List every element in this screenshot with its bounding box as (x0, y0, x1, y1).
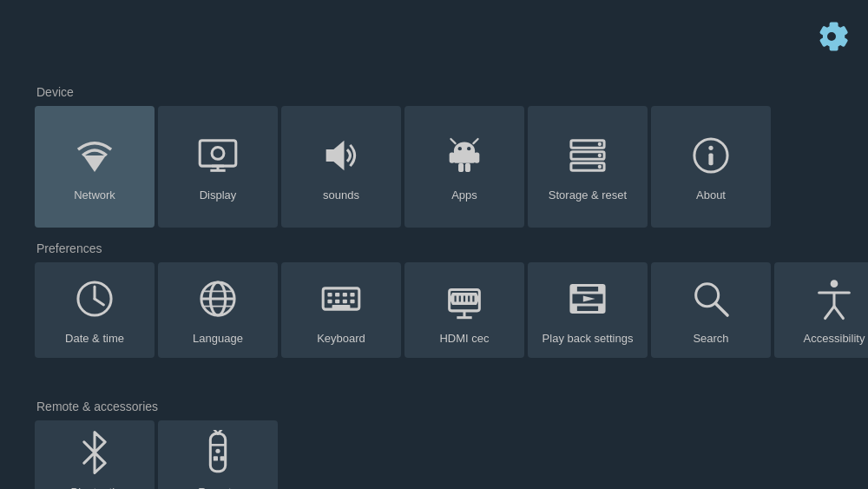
remote-label-text: Remote (198, 486, 238, 490)
svg-point-63 (831, 280, 838, 287)
settings-icon-container[interactable] (811, 16, 852, 57)
display-icon (195, 133, 240, 178)
svg-rect-39 (327, 299, 332, 302)
info-icon (688, 133, 733, 178)
accessibility-icon (812, 276, 857, 321)
svg-rect-59 (598, 304, 604, 312)
svg-rect-42 (350, 299, 354, 302)
remote-section: Remote & accessories Bluetooth Remote (0, 400, 868, 489)
svg-rect-16 (465, 162, 470, 171)
search-icon (688, 276, 733, 321)
tile-sounds[interactable]: sounds (281, 106, 401, 228)
remote-tiles: Bluetooth Remote (0, 420, 868, 489)
svg-marker-0 (83, 155, 106, 172)
svg-rect-1 (200, 140, 236, 165)
tile-remote[interactable]: Remote (158, 420, 278, 489)
preferences-section: Preferences Date & time Language (0, 241, 868, 358)
tile-bluetooth[interactable]: Bluetooth (35, 420, 155, 489)
svg-line-12 (473, 138, 477, 142)
about-label: About (696, 188, 726, 202)
svg-rect-74 (220, 456, 225, 460)
tile-display[interactable]: Display (158, 106, 278, 228)
bluetooth-label: Bluetooth (71, 486, 119, 490)
svg-rect-58 (571, 304, 577, 312)
svg-point-24 (708, 145, 713, 149)
svg-line-66 (825, 306, 834, 318)
film-icon (565, 276, 610, 321)
svg-rect-37 (343, 293, 347, 296)
bluetooth-icon (72, 430, 117, 475)
svg-point-21 (598, 153, 602, 156)
search-label: Search (693, 332, 728, 345)
svg-point-22 (598, 164, 602, 168)
hdmi-label: HDMI cec (439, 332, 489, 345)
sounds-label: sounds (323, 188, 359, 202)
svg-rect-41 (343, 299, 347, 302)
svg-rect-36 (335, 293, 339, 296)
svg-line-62 (715, 303, 727, 315)
svg-rect-56 (571, 285, 577, 293)
clock-icon (72, 276, 117, 321)
storage-label: Storage & reset (549, 188, 627, 202)
tile-storage[interactable]: Storage & reset (528, 106, 648, 228)
tile-search[interactable]: Search (651, 262, 771, 358)
accessibility-label: Accessibility (804, 332, 865, 345)
tile-language[interactable]: Language (158, 262, 278, 358)
device-label: Device (0, 85, 868, 99)
preferences-tiles: Date & time Language (0, 262, 868, 358)
device-section: Device Network Display (0, 85, 868, 228)
svg-rect-25 (708, 153, 713, 165)
language-label: Language (193, 332, 243, 345)
tile-playback[interactable]: Play back settings (528, 262, 648, 358)
svg-rect-35 (327, 293, 332, 296)
svg-rect-13 (450, 152, 455, 162)
globe-icon (195, 276, 240, 321)
svg-line-67 (834, 306, 843, 318)
remote-icon (195, 430, 240, 475)
svg-rect-43 (332, 304, 351, 307)
tile-accessibility[interactable]: Accessibility (774, 262, 868, 358)
svg-point-10 (467, 147, 470, 150)
svg-rect-8 (454, 150, 475, 162)
apps-icon (442, 133, 487, 178)
svg-rect-14 (474, 152, 479, 162)
volume-icon (319, 133, 364, 178)
svg-point-9 (458, 147, 462, 150)
svg-point-20 (598, 142, 602, 145)
svg-line-28 (95, 299, 103, 305)
tile-network[interactable]: Network (35, 106, 155, 228)
svg-rect-15 (458, 162, 464, 171)
playback-label: Play back settings (542, 332, 634, 345)
keyboard-label: Keyboard (317, 332, 365, 345)
remote-label: Remote & accessories (0, 400, 868, 413)
display-label: Display (200, 188, 237, 202)
device-tiles: Network Display sounds (0, 106, 868, 228)
keyboard-icon (319, 276, 364, 321)
tile-about[interactable]: About (651, 106, 771, 228)
tile-apps[interactable]: Apps (404, 106, 524, 228)
svg-marker-6 (326, 140, 345, 170)
apps-label: Apps (451, 188, 477, 202)
svg-rect-57 (598, 285, 604, 293)
storage-icon (565, 133, 610, 178)
tile-hdmi[interactable]: HDMI cec (404, 262, 524, 358)
tile-date-time[interactable]: Date & time (35, 262, 155, 358)
date-time-label: Date & time (65, 332, 124, 345)
tile-keyboard[interactable]: Keyboard (281, 262, 401, 358)
svg-rect-40 (335, 299, 339, 302)
svg-line-11 (450, 138, 455, 142)
svg-point-72 (215, 448, 220, 453)
hdmi-icon (442, 276, 487, 321)
network-label: Network (74, 188, 115, 202)
svg-point-2 (212, 147, 224, 159)
svg-marker-60 (583, 295, 595, 301)
wifi-icon (72, 133, 117, 178)
preferences-label: Preferences (0, 241, 868, 255)
svg-rect-38 (350, 293, 354, 296)
svg-rect-73 (214, 456, 218, 460)
